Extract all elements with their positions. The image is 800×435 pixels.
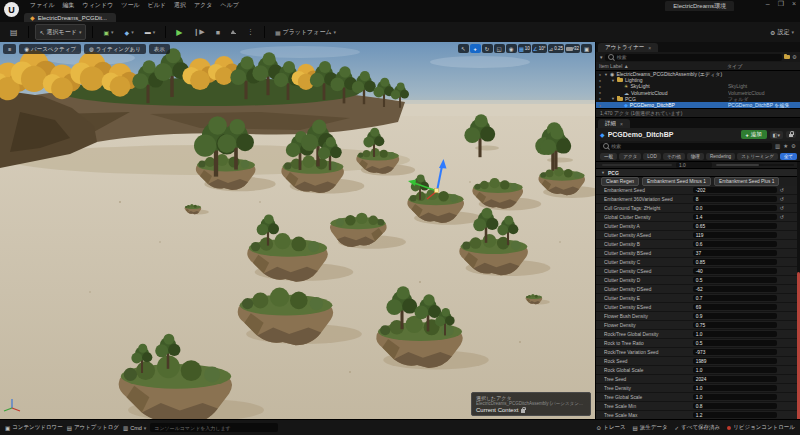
visibility-eye-icon[interactable]: ● [596,103,604,108]
property-value-input[interactable]: 0.5 [693,340,777,346]
perspective-dropdown[interactable]: ◉パースペクティブ [19,44,81,54]
play-button[interactable]: ▶ [172,25,186,39]
eject-button[interactable] [227,25,240,39]
visibility-eye-icon[interactable]: ● [596,78,604,83]
menu-item-5[interactable]: 選択 [170,0,190,11]
save-status-button[interactable]: ✓すべて保存済み [675,424,721,431]
reset-to-default-icon[interactable]: ↺ [780,214,784,220]
property-value-input[interactable]: 0.6 [693,241,777,247]
reset-to-default-icon[interactable]: ↺ [780,196,784,202]
property-value-input[interactable]: 8 [693,196,777,202]
menu-item-7[interactable]: ヘルプ [216,0,242,11]
property-value-input[interactable]: 0.7 [693,295,777,301]
property-value-input[interactable]: 0.85 [693,259,777,265]
filter-chip-全て[interactable]: 全て [780,153,797,160]
details-search-input[interactable]: 検索 [600,143,772,150]
derived-data-button[interactable]: ▤派生データ [633,424,668,431]
outliner-search-input[interactable]: 検索 [605,54,782,61]
translate-tool-button[interactable]: + [470,44,481,53]
property-value-input[interactable]: -973 [693,349,777,355]
reset-to-default-icon[interactable]: ↺ [780,205,784,211]
visibility-eye-icon[interactable]: ● [596,96,604,101]
filter-chip-物理[interactable]: 物理 [687,153,704,160]
camera-speed-button[interactable]: 32 [565,44,580,53]
property-value-input[interactable]: 2024 [693,376,777,382]
content-drawer-button[interactable]: ▣コンテンツドロワー [5,424,63,431]
property-value-input[interactable]: 0.65 [693,223,777,229]
property-value-input[interactable]: 1.2 [693,412,777,418]
tab-outliner[interactable]: アウトライナー× [598,43,658,52]
menu-item-1[interactable]: 編集 [59,0,79,11]
column-item-label[interactable]: Item Label ▲ [599,63,727,69]
property-value-input[interactable]: 1.0 [693,367,777,373]
property-value-input[interactable]: 0.8 [693,403,777,409]
menu-item-6[interactable]: アクタ [190,0,216,11]
filter-chip-ストリーミング[interactable]: ストリーミング [737,153,778,160]
close-button[interactable]: × [792,0,796,8]
save-button[interactable]: ▤ [6,25,22,39]
clipped-value[interactable]: 1.0 [676,162,712,168]
new-folder-icon[interactable] [784,55,790,59]
column-type[interactable]: タイプ [727,63,797,69]
property-value-input[interactable]: 1989 [693,358,777,364]
console-input[interactable]: コンソールコマンドを入力します [150,423,278,432]
property-value-input[interactable]: 1.0 [693,331,777,337]
menu-item-3[interactable]: ツール [117,0,143,11]
revision-control-button[interactable]: リビジョンコントロール [727,424,795,431]
stop-button[interactable]: ■ [212,25,224,39]
favorites-icon[interactable]: ★ [783,143,788,149]
property-value-input[interactable]: 119 [693,232,777,238]
trace-button[interactable]: ⊙トレース [597,424,626,431]
menu-item-2[interactable]: ウィンドウ [79,0,118,11]
property-value-input[interactable]: 69 [693,304,777,310]
property-value-input[interactable]: 0.5 [693,277,777,283]
cinematics-dropdown[interactable]: ▬▾ [141,25,160,39]
output-log-button[interactable]: ▤アウトプットログ [67,424,119,431]
reset-to-default-icon[interactable]: ↺ [780,187,784,193]
add-component-button[interactable]: +追加 [741,130,767,139]
3d-viewport[interactable]: ≡ ◉パースペクティブ ◍ライティングあり 表示 ↖ + ↻ ◱ ◉ ▦10 ∠… [0,42,595,420]
menu-item-4[interactable]: ビルド [144,0,170,11]
minimize-button[interactable]: – [766,0,770,8]
outliner-row-SkyLight[interactable]: ●☀SkyLightSkyLight [596,83,800,89]
outliner-row-PCG[interactable]: ●▼PCGフォルダ [596,96,800,102]
view-mode-dropdown[interactable]: ◍ライティングあり [84,44,146,54]
rotate-tool-button[interactable]: ↻ [482,44,493,53]
close-icon[interactable]: × [620,121,623,127]
rotation-snap-toggle[interactable]: ∠10° [532,44,547,53]
property-value-input[interactable]: 1.0 [693,385,777,391]
grid-snap-toggle[interactable]: ▦10 [518,44,531,53]
filter-chip-Rendering[interactable]: Rendering [706,153,735,160]
tab-level-asset[interactable]: ◆ ElectricDreams_PCGDit... [24,13,116,22]
section-pcg[interactable]: ▼PCG [596,168,800,177]
view-options-button[interactable]: ◧▾ [770,131,783,139]
play-options-button[interactable]: ⋮ [243,25,258,39]
filter-chip-LOD[interactable]: LOD [643,153,660,160]
property-value-input[interactable]: 1.4 [693,214,777,220]
filter-chip-一般[interactable]: 一般 [600,153,617,160]
maximize-button[interactable]: ❐ [778,0,784,8]
world-space-button[interactable]: ◉ [506,44,517,53]
tab-details[interactable]: 詳細× [598,119,630,128]
close-icon[interactable]: × [648,45,651,51]
menu-item-0[interactable]: ファイル [26,0,59,11]
frame-skip-button[interactable]: ❙▶ [189,25,208,39]
show-dropdown[interactable]: 表示 [149,44,170,54]
property-value-input[interactable]: -202 [693,187,777,193]
display-filter-icon[interactable]: ▥ [775,143,780,149]
lock-details-button[interactable] [786,131,796,139]
property-value-input[interactable]: 0.9 [693,313,777,319]
scale-snap-toggle[interactable]: ⊿0.25 [548,44,564,53]
platforms-dropdown[interactable]: ▦ プラットフォーム▾ [271,25,340,39]
details-settings-icon[interactable]: ⚙ [791,143,796,149]
scale-tool-button[interactable]: ◱ [494,44,505,53]
embankment-seed-plus-button[interactable]: Embankment Seed Plus 1 [714,177,779,186]
blueprints-dropdown[interactable]: ◆▾ [121,25,138,39]
viewport-options-button[interactable]: ≡ [3,44,16,54]
unreal-logo-icon[interactable]: U [4,2,19,17]
property-value-input[interactable]: 0.75 [693,322,777,328]
maximize-viewport-button[interactable]: ▣ [581,44,592,53]
embankment-seed-minus-button[interactable]: Embankment Seed Minus 1 [642,177,711,186]
property-value-input[interactable]: 37 [693,250,777,256]
visibility-eye-icon[interactable]: ● [596,90,604,95]
